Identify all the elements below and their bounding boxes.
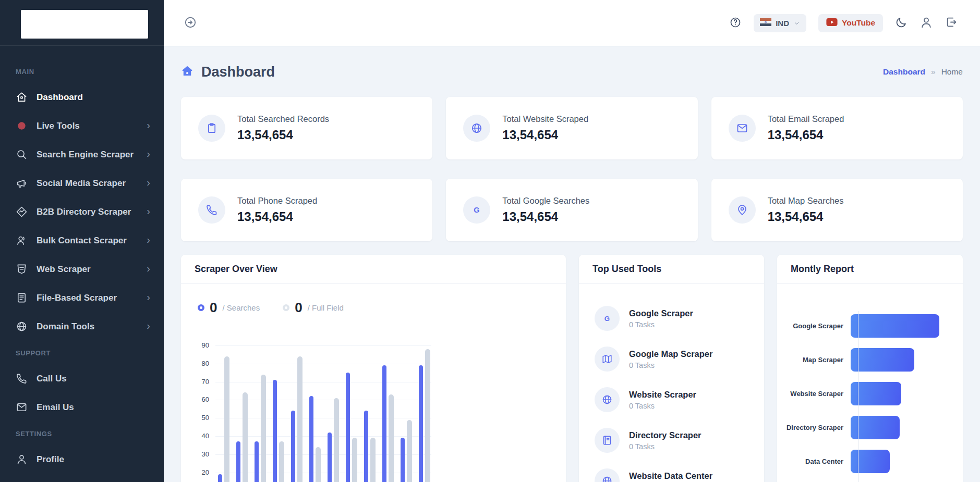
g-icon: G [463,196,490,224]
logout-button[interactable] [945,16,958,30]
sidebar-item-email-us[interactable]: Email Us [0,393,164,422]
sidebar-item-web-scraper[interactable]: Web Scraper› [0,255,164,283]
scraper-overview-card: Scraper Over View 0/ Searches0/ Full Fie… [181,255,566,482]
hbar [851,348,914,372]
tool-item-google-scraper[interactable]: GGoogle Scraper0 Tasks [595,306,751,331]
moon-icon [895,16,908,30]
sidebar-toggle-button[interactable] [184,16,197,31]
scraper-bar-chart: 9080706050403020 [196,337,441,482]
legend-item-searches[interactable]: 0/ Searches [198,300,260,316]
monthly-report-title: Montly Report [791,264,854,275]
live-dot-icon [16,120,28,132]
youtube-button[interactable]: YouTube [818,14,883,32]
map-icon [595,347,620,372]
sidebar-item-label: Social Media Scraper [37,178,126,189]
search-icon [16,149,28,160]
chevron-right-icon: › [147,291,150,303]
sidebar-item-bulk-contact-scraper[interactable]: Bulk Contact Scraper› [0,226,164,255]
sidebar: MAINDashboardLive Tools›Search Engine Sc… [0,0,164,482]
breadcrumb-link-dashboard[interactable]: Dashboard [883,67,925,77]
tool-item-directory-scraper[interactable]: Directory Scraper0 Tasks [595,428,751,453]
sidebar-item-search-engine-scraper[interactable]: Search Engine Scraper› [0,140,164,169]
theme-toggle-button[interactable] [895,16,908,30]
sidebar-item-label: Dashboard [37,92,83,103]
page-header: Dashboard Dashboard » Home [181,60,963,84]
gridline [215,364,431,364]
scraper-overview-title: Scraper Over View [195,264,277,275]
bar-full-field [407,420,412,482]
bar-searches [255,441,259,482]
y-axis-tick-label: 60 [196,396,209,403]
monthly-bar-chart: Google ScraperMap ScraperWebsite Scraper… [777,284,963,473]
user-icon [16,453,28,465]
sidebar-item-label: Live Tools [37,121,80,131]
sidebar-item-profile[interactable]: Profile [0,445,164,474]
chevron-right-icon: › [147,147,150,159]
hbar [851,314,939,338]
gridline [215,400,431,400]
sidebar-item-label: File-Based Scraper [37,293,117,303]
tool-tasks: 0 Tasks [629,442,701,451]
gridline [215,436,431,437]
chevron-right-icon: › [147,119,150,131]
tool-item-website-data-center[interactable]: Website Data Center0 Tasks [595,468,751,482]
sidebar-item-live-tools[interactable]: Live Tools› [0,112,164,140]
page-title: Dashboard [201,64,275,80]
youtube-label: YouTube [842,18,875,28]
gridline [215,473,431,473]
legend-label: / Full Field [308,303,344,312]
bar-searches [236,441,240,482]
bar-searches [291,411,295,482]
home-icon [16,91,28,103]
hbar-label: Data Center [777,458,851,465]
stat-label: Total Email Scraped [768,114,844,124]
sidebar-item-domain-tools[interactable]: Domain Tools› [0,312,164,341]
stat-card-total-searched-records: Total Searched Records13,54,654 [181,97,432,159]
stats-grid: Total Searched Records13,54,654Total Web… [181,97,963,241]
tool-item-website-scraper[interactable]: Website Scraper0 Tasks [595,387,751,412]
sidebar-item-dashboard[interactable]: Dashboard [0,83,164,112]
arrow-circle-icon [184,16,197,31]
sidebar-item-social-media-scraper[interactable]: Social Media Scraper› [0,169,164,197]
account-button[interactable] [919,16,933,31]
language-selector[interactable]: IND [754,14,806,32]
hbar-label: Map Scraper [777,356,851,364]
y-axis-tick-label: 30 [196,450,209,458]
sidebar-item-file-based-scraper[interactable]: File-Based Scraper› [0,283,164,312]
bar-searches [382,365,386,482]
tool-item-google-map-scraper[interactable]: Google Map Scraper0 Tasks [595,347,751,372]
nav-section-label-settings: SETTINGS [0,422,164,445]
bar-searches [218,474,222,482]
svg-text:G: G [474,206,480,214]
stat-label: Total Website Scraped [502,114,588,124]
hbar-row-map-scraper: Map Scraper [777,348,963,372]
topbar-actions: IND YouTube [729,14,958,32]
tools-list: GGoogle Scraper0 TasksGoogle Map Scraper… [579,284,764,482]
sidebar-item-label: Domain Tools [37,322,94,332]
sidebar-item-label: Search Engine Scraper [37,150,134,160]
help-button[interactable] [729,16,742,30]
legend-value: 0 [295,300,302,316]
nav-section-label-main: MAIN [0,59,164,83]
breadcrumb-current[interactable]: Home [941,67,963,77]
bar-full-field [261,375,266,482]
india-flag-icon [760,18,771,28]
monthly-chart-axis [858,311,858,482]
stat-value: 13,54,654 [237,209,317,224]
megaphone-icon [16,177,28,189]
handshake-icon [16,206,28,218]
clipboard-icon [198,115,225,142]
legend-item-full-field[interactable]: 0/ Full Field [283,300,344,316]
app-logo [21,10,148,39]
sidebar-item-label: B2B Directory Scraper [37,207,131,217]
gridline [215,345,431,346]
top-tools-card: Top Used Tools GGoogle Scraper0 TasksGoo… [579,255,764,482]
globe-icon [463,115,490,142]
user-icon [919,16,933,31]
sidebar-item-b2b-directory-scraper[interactable]: B2B Directory Scraper› [0,197,164,226]
stat-value: 13,54,654 [502,209,589,224]
sidebar-item-label: Email Us [37,402,74,413]
question-circle-icon [729,16,742,30]
stat-label: Total Google Searches [502,196,589,206]
sidebar-item-call-us[interactable]: Call Us [0,364,164,393]
